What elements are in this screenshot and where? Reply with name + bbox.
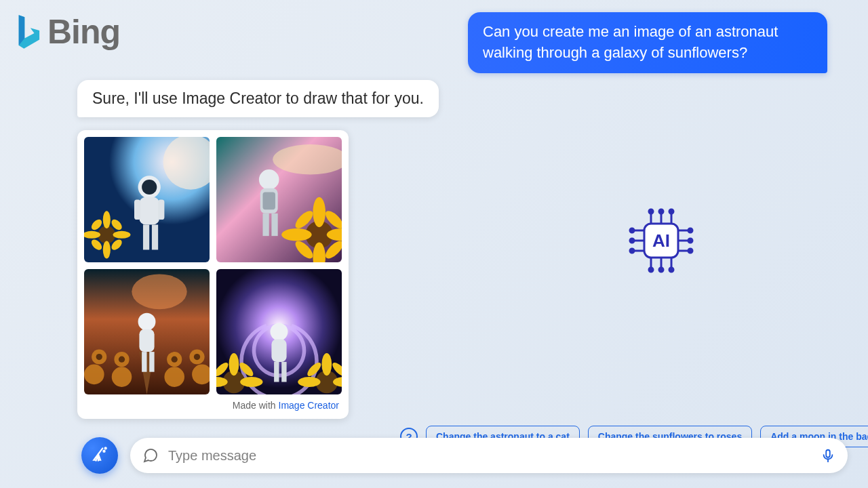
svg-rect-51 bbox=[149, 352, 154, 372]
svg-point-87 bbox=[630, 249, 634, 253]
svg-point-47 bbox=[194, 354, 200, 360]
svg-point-4 bbox=[103, 241, 111, 259]
svg-point-61 bbox=[298, 377, 320, 387]
svg-rect-15 bbox=[152, 225, 158, 250]
svg-point-6 bbox=[113, 231, 131, 239]
svg-rect-67 bbox=[274, 362, 279, 382]
svg-point-77 bbox=[649, 268, 653, 272]
made-with-caption: Made with Image Creator bbox=[84, 394, 342, 412]
svg-point-95 bbox=[103, 451, 104, 452]
svg-point-73 bbox=[659, 209, 663, 214]
svg-point-23 bbox=[281, 228, 311, 241]
svg-rect-14 bbox=[143, 225, 149, 250]
svg-point-81 bbox=[669, 268, 673, 272]
ai-chip-icon: AI bbox=[624, 203, 698, 281]
generated-image-4[interactable] bbox=[216, 269, 342, 394]
svg-rect-50 bbox=[142, 352, 146, 372]
user-message-bubble: Can you create me an image of an astrona… bbox=[468, 12, 827, 73]
svg-point-12 bbox=[142, 180, 157, 195]
generated-image-3[interactable] bbox=[84, 269, 210, 394]
chat-area: Can you create me an image of an astrona… bbox=[0, 0, 868, 488]
svg-point-42 bbox=[164, 367, 184, 387]
svg-point-48 bbox=[138, 313, 156, 331]
svg-rect-17 bbox=[158, 200, 164, 220]
svg-point-96 bbox=[105, 447, 106, 449]
svg-point-21 bbox=[313, 197, 326, 227]
message-input-container bbox=[130, 438, 848, 473]
generated-image-2[interactable] bbox=[216, 137, 342, 262]
svg-point-79 bbox=[659, 268, 663, 272]
svg-point-44 bbox=[96, 354, 102, 360]
svg-point-83 bbox=[630, 228, 634, 232]
assistant-message-bubble: Sure, I'll use Image Creator to draw tha… bbox=[77, 80, 439, 117]
svg-rect-97 bbox=[826, 450, 830, 458]
svg-rect-33 bbox=[271, 214, 277, 236]
svg-point-89 bbox=[688, 228, 692, 232]
svg-point-2 bbox=[98, 226, 115, 243]
svg-point-35 bbox=[132, 274, 186, 309]
svg-point-75 bbox=[669, 209, 673, 214]
svg-point-54 bbox=[229, 353, 239, 375]
image-creator-link[interactable]: Image Creator bbox=[279, 400, 339, 411]
new-topic-button[interactable] bbox=[81, 437, 118, 474]
svg-point-41 bbox=[112, 367, 132, 387]
assistant-message-text: Sure, I'll use Image Creator to draw tha… bbox=[92, 89, 424, 107]
svg-point-40 bbox=[84, 365, 104, 385]
user-message-text: Can you create me an image of an astrona… bbox=[483, 23, 778, 61]
svg-point-65 bbox=[271, 323, 288, 341]
svg-rect-13 bbox=[139, 197, 159, 225]
svg-line-94 bbox=[98, 448, 103, 454]
svg-point-29 bbox=[259, 169, 279, 190]
svg-rect-32 bbox=[262, 214, 269, 236]
made-with-prefix: Made with bbox=[233, 400, 279, 411]
svg-rect-16 bbox=[134, 200, 140, 220]
svg-rect-31 bbox=[262, 192, 275, 209]
svg-point-45 bbox=[119, 357, 125, 363]
chat-bubble-icon bbox=[142, 447, 159, 464]
image-results-card: Made with Image Creator bbox=[77, 130, 349, 419]
message-input[interactable] bbox=[168, 448, 811, 464]
ai-chip-label: AI bbox=[652, 230, 670, 251]
svg-point-71 bbox=[649, 209, 653, 214]
microphone-icon[interactable] bbox=[821, 448, 835, 463]
svg-point-46 bbox=[172, 357, 178, 363]
composer bbox=[81, 436, 848, 474]
svg-point-56 bbox=[240, 377, 262, 387]
svg-point-3 bbox=[103, 211, 111, 228]
svg-point-91 bbox=[688, 239, 692, 243]
svg-point-60 bbox=[321, 353, 332, 375]
generated-image-1[interactable] bbox=[84, 137, 210, 262]
broom-icon bbox=[91, 445, 108, 466]
svg-rect-49 bbox=[139, 329, 154, 352]
svg-point-85 bbox=[630, 239, 634, 243]
svg-rect-68 bbox=[281, 362, 286, 382]
svg-rect-66 bbox=[271, 340, 286, 362]
svg-point-93 bbox=[688, 249, 692, 253]
